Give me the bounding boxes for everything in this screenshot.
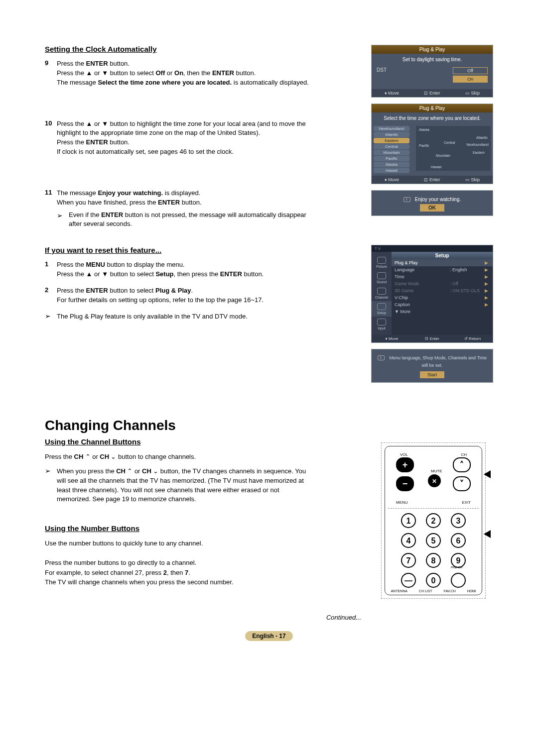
info-icon (378, 355, 385, 360)
hint-enter: ⊡ Enter (412, 177, 452, 182)
step-body: The message Enjoy your watching. is disp… (57, 189, 314, 234)
osd-title: Plug & Play (372, 45, 493, 54)
step-number: 1 (45, 260, 57, 279)
setup-row[interactable]: Time▶ (392, 273, 493, 280)
hint-move: ♦ Move (372, 336, 412, 341)
setup-row[interactable]: Plug & Play▶ (392, 259, 493, 266)
manual-page: Setting the Clock Automatically 9 Press … (0, 0, 538, 661)
hint-move: ♦ Move (372, 177, 412, 182)
note-arrow-icon: ➢ (45, 467, 57, 504)
hint-skip: ▭ Skip (452, 177, 493, 182)
setup-sidebar: Picture Sound Channel Setup Input (372, 252, 392, 335)
ch-label: CH (461, 452, 467, 457)
ch-down-button[interactable]: ˅ (453, 476, 471, 491)
num-3-button[interactable]: 3 (451, 513, 466, 528)
step-number: 9 (45, 59, 57, 88)
start-button[interactable]: Start (420, 371, 444, 378)
tz-item-selected[interactable]: Eastern (374, 138, 409, 143)
osd-timezone: Plug & Play Select the time zone where y… (371, 104, 493, 184)
side-input[interactable]: Input (372, 317, 392, 332)
osd-msg: Select the time zone where you are locat… (372, 112, 493, 124)
step-10: 10 Press the ▲ or ▼ button to highlight … (45, 119, 314, 157)
channel-icon (377, 288, 386, 295)
vol-up-button[interactable]: + (396, 457, 414, 472)
osd-dst: Plug & Play Set to daylight saving time.… (371, 45, 493, 98)
side-setup[interactable]: Setup (372, 301, 392, 317)
note: ➢ Even if the ENTER button is not presse… (57, 211, 314, 229)
continued-label: Continued... (194, 614, 493, 621)
heading-changing-channels: Changing Channels (45, 418, 493, 433)
setup-menu: T V Picture Sound Channel Setup Input Se… (371, 245, 493, 343)
hint-enter: ⊡ Enter (412, 91, 452, 96)
tz-map: Alaska Pacific Central Atlantic Newfound… (416, 126, 491, 171)
setup-row[interactable]: V-Chip▶ (392, 294, 493, 301)
tz-item[interactable]: Central (374, 144, 409, 149)
sound-icon (377, 272, 386, 279)
setup-row[interactable]: Game Mode: Off▶ (392, 280, 493, 287)
remote-control: VOL CH MUTE MENU EXIT + − ˄ ˅ ✕ 1 2 3 4 … (381, 442, 486, 599)
note-arrow-icon: ➢ (45, 312, 57, 322)
osd-title: Plug & Play (372, 104, 493, 112)
tz-item[interactable]: Newfoundland (374, 126, 409, 131)
side-channel[interactable]: Channel (372, 286, 392, 301)
dash-button[interactable]: — (401, 573, 416, 588)
step-number: 10 (45, 119, 57, 157)
vol-down-button[interactable]: − (396, 476, 414, 491)
num-4-button[interactable]: 4 (401, 533, 416, 548)
side-sound[interactable]: Sound (372, 270, 392, 286)
num-1-button[interactable]: 1 (401, 513, 416, 528)
num-7-button[interactable]: 7 (401, 553, 416, 568)
remote-col: VOL CH MUTE MENU EXIT + − ˄ ˅ ✕ 1 2 3 4 … (371, 437, 493, 599)
channel-text: Press the CH ⌃ or CH ⌄ button to change … (45, 452, 314, 462)
prech-label: PRE-CH (451, 566, 462, 569)
reset-step-1: 1 Press the MENU button to display the m… (45, 260, 314, 279)
num-0-button[interactable]: 0 (426, 573, 441, 588)
num-8-button[interactable]: 8 (426, 553, 441, 568)
num-6-button[interactable]: 6 (451, 533, 466, 548)
osd-enjoy: Enjoy your watching. OK (371, 190, 493, 216)
reset-step-2: 2 Press the ENTER button to select Plug … (45, 286, 314, 305)
menu-label: MENU (396, 500, 408, 505)
reset-note: ➢ The Plug & Play feature is only availa… (45, 312, 314, 322)
tz-item[interactable]: Hawaii (374, 168, 409, 173)
side-picture[interactable]: Picture (372, 255, 392, 270)
step-body: Press the ▲ or ▼ button to highlight the… (57, 119, 314, 157)
hint-return: ↺ Return (452, 336, 493, 341)
tz-item[interactable]: Alaska (374, 162, 409, 167)
setup-row[interactable]: Language: English▶ (392, 266, 493, 273)
picture-icon (377, 257, 386, 264)
right-column: Plug & Play Set to daylight saving time.… (371, 45, 493, 388)
tz-item[interactable]: Mountain (374, 150, 409, 155)
step-number: 11 (45, 189, 57, 234)
setup-row[interactable]: ▼ More (392, 308, 493, 315)
ch-up-button[interactable]: ˄ (453, 457, 471, 472)
info-icon (404, 197, 410, 202)
remote-divider (388, 508, 479, 509)
heading-reset: If you want to reset this feature... (45, 246, 314, 254)
num-5-button[interactable]: 5 (426, 533, 441, 548)
step-11: 11 The message Enjoy your watching. is d… (45, 189, 314, 234)
mute-button[interactable]: ✕ (428, 474, 441, 487)
num-2-button[interactable]: 2 (426, 513, 441, 528)
channel-left-col: Using the Channel Buttons Press the CH ⌃… (45, 437, 314, 587)
setup-row[interactable]: Caption▶ (392, 301, 493, 308)
mute-label: MUTE (431, 469, 442, 473)
osd-dst-label: DST (377, 67, 453, 84)
step-number: 2 (45, 286, 57, 305)
pointer-icon (484, 470, 491, 478)
hint-enter: ⊡ Enter (412, 336, 452, 341)
osd-enjoy-msg: Enjoy your watching. OK (372, 191, 493, 216)
channel-note: ➢ When you press the CH ⌃ or CH ⌄ button… (45, 467, 314, 504)
exit-label: EXIT (462, 500, 471, 505)
tz-item[interactable]: Atlantic (374, 132, 409, 137)
pointer-icon (484, 530, 491, 538)
tz-item[interactable]: Pacific (374, 156, 409, 161)
osd-opt-off[interactable]: Off (453, 67, 488, 74)
ok-button[interactable]: OK (420, 204, 444, 212)
page-number-wrap: English - 17 (45, 631, 493, 641)
setup-row[interactable]: 3D Game: ON-STD GLS▶ (392, 287, 493, 294)
prech-button[interactable] (451, 573, 466, 588)
osd-opt-on[interactable]: On (453, 76, 488, 83)
heading-clock: Setting the Clock Automatically (45, 45, 314, 53)
setup-title: Setup (392, 252, 493, 259)
